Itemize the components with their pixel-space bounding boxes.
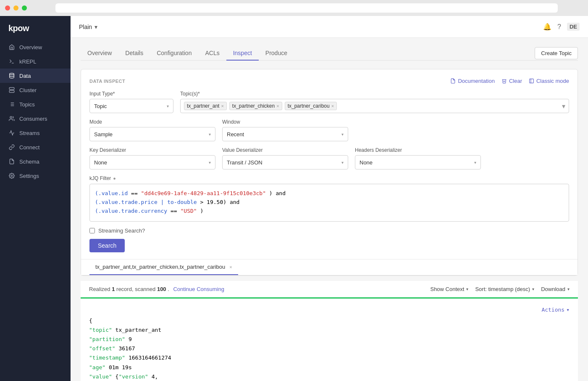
svg-rect-2	[9, 87, 14, 90]
mode-select[interactable]: Sample ▾	[89, 127, 215, 141]
sidebar-item-data[interactable]: Data	[0, 69, 71, 83]
sidebar-item-consumers[interactable]: Consumers	[0, 111, 71, 126]
window-label: Window	[222, 119, 348, 125]
kjq-line-3: (.value.trade.currency == "USD" )	[95, 207, 564, 216]
sidebar: kpow Overview kREPL Data Cluster	[0, 16, 71, 381]
sidebar-label-settings: Settings	[19, 173, 39, 179]
input-type-select[interactable]: Topic ▾	[89, 99, 173, 113]
json-header: Actions ▾	[89, 305, 570, 315]
show-context-action[interactable]: Show Context ▾	[430, 286, 468, 292]
list-icon	[8, 101, 15, 108]
chevron-down-icon: ▾	[167, 104, 169, 108]
tab-acls[interactable]: ACLs	[198, 46, 226, 61]
kjq-help-icon[interactable]: ●	[113, 176, 116, 181]
sidebar-item-settings[interactable]: Settings	[0, 169, 71, 183]
continue-consuming-link[interactable]: Continue Consuming	[173, 286, 224, 292]
streaming-search-label: Streaming Search?	[98, 228, 145, 234]
tab-overview[interactable]: Overview	[81, 46, 118, 61]
maximize-btn[interactable]	[22, 5, 27, 11]
tab-details[interactable]: Details	[118, 46, 150, 61]
data-inspect-panel: DATA INSPECT Documentation Clear Clas	[81, 69, 578, 276]
results-actions: Show Context ▾ Sort: timestamp (desc) ▾ …	[430, 286, 570, 292]
tab-inspect[interactable]: Inspect	[226, 46, 259, 61]
result-tab-close[interactable]: ×	[229, 265, 232, 270]
topics-input[interactable]: tx_partner_ant × tx_partner_chicken × tx…	[180, 99, 569, 113]
user-badge[interactable]: DE	[567, 23, 580, 31]
sidebar-item-cluster[interactable]: Cluster	[0, 83, 71, 97]
sidebar-label-schema: Schema	[19, 159, 39, 165]
value-deserializer-select[interactable]: Transit / JSON ▾	[222, 155, 348, 169]
help-icon[interactable]: ?	[557, 23, 561, 31]
sidebar-label-topics: Topics	[19, 101, 35, 108]
tab-produce[interactable]: Produce	[259, 46, 294, 61]
cluster-dropdown[interactable]: Plain ▾	[79, 24, 97, 30]
titlebar	[0, 0, 588, 16]
window-group: Window Recent ▾	[222, 119, 348, 141]
bell-icon[interactable]: 🔔	[543, 23, 551, 31]
headers-deserializer-select[interactable]: None ▾	[355, 155, 481, 169]
sidebar-item-streams[interactable]: Streams	[0, 126, 71, 140]
minimize-btn[interactable]	[13, 5, 18, 11]
topic-tag-caribou: tx_partner_caribou ×	[285, 102, 337, 110]
sidebar-item-connect[interactable]: Connect	[0, 140, 71, 154]
sidebar-label-connect: Connect	[19, 144, 39, 151]
streaming-search-checkbox[interactable]	[89, 228, 95, 233]
chevron-down-icon: ▾	[341, 132, 344, 137]
input-type-label: Input Type*	[89, 91, 173, 97]
tab-configuration[interactable]: Configuration	[150, 46, 198, 61]
input-type-group: Input Type* Topic ▾	[89, 91, 173, 113]
chevron-down-icon: ▾	[567, 287, 570, 291]
remove-topic-ant[interactable]: ×	[221, 103, 223, 108]
actions-button[interactable]: Actions ▾	[541, 305, 570, 315]
window-select[interactable]: Recent ▾	[222, 127, 348, 141]
database-icon	[8, 72, 15, 79]
app-logo: kpow	[0, 16, 71, 40]
json-output: Actions ▾ { "topic" tx_partner_ant "part…	[81, 299, 578, 381]
topic-tag-chicken: tx_partner_chicken ×	[229, 102, 282, 110]
sidebar-label-cluster: Cluster	[19, 87, 37, 93]
svg-point-13	[11, 175, 13, 177]
chevron-down-icon: ▾	[341, 160, 344, 165]
download-action[interactable]: Download ▾	[541, 286, 570, 292]
result-tab-main[interactable]: tx_partner_ant,tx_partner_chicken,tx_par…	[89, 259, 238, 275]
topbar-icons: 🔔 ? DE	[543, 23, 580, 31]
input-row: Input Type* Topic ▾ Topic(s)* tx_partner…	[89, 91, 569, 113]
result-tabs: tx_partner_ant,tx_partner_chicken,tx_par…	[81, 259, 578, 275]
panel-header: DATA INSPECT Documentation Clear Clas	[89, 78, 569, 84]
classic-mode-action[interactable]: Classic mode	[529, 78, 569, 84]
topbar: Plain ▾ 🔔 ? DE	[71, 16, 588, 38]
svg-point-1	[10, 73, 14, 75]
chevron-down-icon: ▾	[94, 24, 97, 30]
search-controls: Streaming Search? Search	[89, 228, 569, 252]
key-deserializer-group: Key Deserializer None ▾	[89, 147, 215, 169]
kjq-filter-section: kJQ Filter ● (.value.id == "dd4c9e69-1af…	[89, 175, 569, 222]
sidebar-item-schema[interactable]: Schema	[0, 154, 71, 169]
terminal-icon	[8, 58, 15, 65]
documentation-action[interactable]: Documentation	[450, 78, 494, 84]
create-topic-button[interactable]: Create Topic	[535, 47, 578, 59]
sidebar-item-krepl[interactable]: kREPL	[0, 54, 71, 69]
search-button[interactable]: Search	[89, 239, 125, 252]
close-btn[interactable]	[5, 5, 10, 11]
clear-action[interactable]: Clear	[501, 78, 522, 84]
sidebar-label-streams: Streams	[19, 130, 39, 136]
svg-rect-3	[9, 90, 14, 93]
key-deserializer-select[interactable]: None ▾	[89, 155, 215, 169]
value-deserializer-group: Value Deserializer Transit / JSON ▾	[222, 147, 348, 169]
url-bar[interactable]	[55, 3, 558, 13]
remove-topic-caribou[interactable]: ×	[331, 103, 334, 108]
main-content: Plain ▾ 🔔 ? DE Overview Details	[71, 16, 588, 381]
topics-label: Topic(s)*	[180, 91, 569, 97]
topics-dropdown-arrow: ▾	[562, 102, 565, 110]
sort-action[interactable]: Sort: timestamp (desc) ▾	[475, 286, 534, 292]
mode-group: Mode Sample ▾	[89, 119, 215, 141]
sidebar-item-overview[interactable]: Overview	[0, 40, 71, 54]
users-icon	[8, 115, 15, 122]
remove-topic-chicken[interactable]: ×	[276, 103, 279, 108]
headers-deserializer-group: Headers Deserializer None ▾	[355, 147, 481, 169]
kjq-editor[interactable]: (.value.id == "dd4c9e69-1afe-4829-aa11-9…	[89, 184, 569, 222]
chevron-down-icon: ▾	[466, 287, 468, 291]
link-icon	[8, 144, 15, 151]
sidebar-item-topics[interactable]: Topics	[0, 97, 71, 111]
server-icon	[8, 87, 15, 93]
